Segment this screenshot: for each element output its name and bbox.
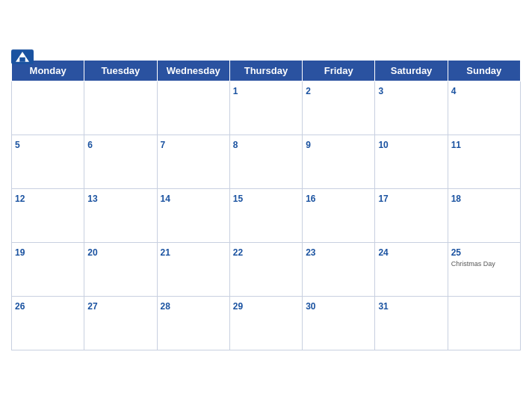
day-number: 7 xyxy=(161,140,166,150)
day-number: 8 xyxy=(233,140,238,150)
calendar-cell: 12 xyxy=(12,189,84,243)
day-number: 10 xyxy=(378,140,388,150)
calendar-cell: 2 xyxy=(303,81,375,135)
calendar-cell: 13 xyxy=(84,189,157,243)
day-number: 18 xyxy=(451,194,461,204)
calendar-cell: 17 xyxy=(375,189,448,243)
day-number: 3 xyxy=(378,86,383,96)
day-number: 31 xyxy=(378,301,388,312)
calendar-cell: 27 xyxy=(84,297,157,350)
calendar-cell xyxy=(157,81,229,135)
weekday-header-wednesday: Wednesday xyxy=(157,61,229,81)
day-number: 26 xyxy=(15,301,25,312)
calendar-cell: 29 xyxy=(229,297,302,350)
day-number: 19 xyxy=(15,247,25,258)
day-number: 9 xyxy=(306,140,311,150)
day-number: 24 xyxy=(378,247,388,258)
day-number: 25 xyxy=(451,247,461,258)
day-number: 21 xyxy=(161,247,170,258)
day-number: 11 xyxy=(451,140,461,150)
calendar-cell: 5 xyxy=(12,135,84,189)
calendar-cell: 19 xyxy=(12,243,84,297)
calendar-cell xyxy=(12,81,84,135)
calendar-cell xyxy=(84,81,157,135)
day-number: 28 xyxy=(161,301,170,312)
generalblue-logo-icon xyxy=(11,49,34,64)
holiday-label: Christmas Day xyxy=(451,260,517,268)
calendar-week-row: 567891011 xyxy=(12,135,521,189)
calendar-week-row: 262728293031 xyxy=(12,297,521,350)
calendar-cell: 26 xyxy=(12,297,84,350)
calendar-cell: 15 xyxy=(229,189,302,243)
day-number: 23 xyxy=(306,247,315,258)
calendar-cell xyxy=(448,297,520,350)
calendar-cell: 16 xyxy=(303,189,375,243)
calendar-cell: 24 xyxy=(375,243,448,297)
day-number: 12 xyxy=(15,194,25,204)
svg-rect-2 xyxy=(19,58,25,62)
day-number: 27 xyxy=(87,301,97,312)
calendar-cell: 6 xyxy=(84,135,157,189)
day-number: 30 xyxy=(306,301,315,312)
day-number: 5 xyxy=(15,140,20,150)
day-number: 6 xyxy=(87,140,93,150)
day-number: 2 xyxy=(306,86,311,96)
weekday-header-thursday: Thursday xyxy=(229,61,302,81)
day-number: 15 xyxy=(233,194,243,204)
day-number: 16 xyxy=(306,194,315,204)
calendar-container: MondayTuesdayWednesdayThursdayFridaySatu… xyxy=(0,49,532,362)
weekday-header-tuesday: Tuesday xyxy=(84,61,157,81)
day-number: 14 xyxy=(161,194,170,204)
day-number: 20 xyxy=(87,247,97,258)
calendar-week-row: 1234 xyxy=(12,81,521,135)
day-number: 29 xyxy=(233,301,243,312)
calendar-cell: 20 xyxy=(84,243,157,297)
weekday-header-saturday: Saturday xyxy=(375,61,448,81)
day-number: 1 xyxy=(233,86,238,96)
calendar-cell: 25Christmas Day xyxy=(448,243,520,297)
calendar-cell: 7 xyxy=(157,135,229,189)
calendar-cell: 4 xyxy=(448,81,520,135)
calendar-cell: 23 xyxy=(303,243,375,297)
calendar-cell: 10 xyxy=(375,135,448,189)
calendar-cell: 11 xyxy=(448,135,520,189)
calendar-cell: 8 xyxy=(229,135,302,189)
calendar-cell: 14 xyxy=(157,189,229,243)
calendar-cell: 31 xyxy=(375,297,448,350)
day-number: 17 xyxy=(378,194,388,204)
weekday-header-friday: Friday xyxy=(303,61,375,81)
logo-area xyxy=(11,49,34,64)
day-number: 4 xyxy=(451,86,457,96)
calendar-cell: 30 xyxy=(303,297,375,350)
calendar-cell: 22 xyxy=(229,243,302,297)
day-number: 22 xyxy=(233,247,243,258)
calendar-week-row: 19202122232425Christmas Day xyxy=(12,243,521,297)
weekday-header-row: MondayTuesdayWednesdayThursdayFridaySatu… xyxy=(12,61,521,81)
day-number: 13 xyxy=(87,194,97,204)
weekday-header-sunday: Sunday xyxy=(448,61,520,81)
calendar-cell: 9 xyxy=(303,135,375,189)
calendar-cell: 18 xyxy=(448,189,520,243)
calendar-week-row: 12131415161718 xyxy=(12,189,521,243)
calendar-cell: 1 xyxy=(229,81,302,135)
calendar-cell: 28 xyxy=(157,297,229,350)
calendar-table: MondayTuesdayWednesdayThursdayFridaySatu… xyxy=(11,60,521,350)
calendar-cell: 3 xyxy=(375,81,448,135)
calendar-cell: 21 xyxy=(157,243,229,297)
